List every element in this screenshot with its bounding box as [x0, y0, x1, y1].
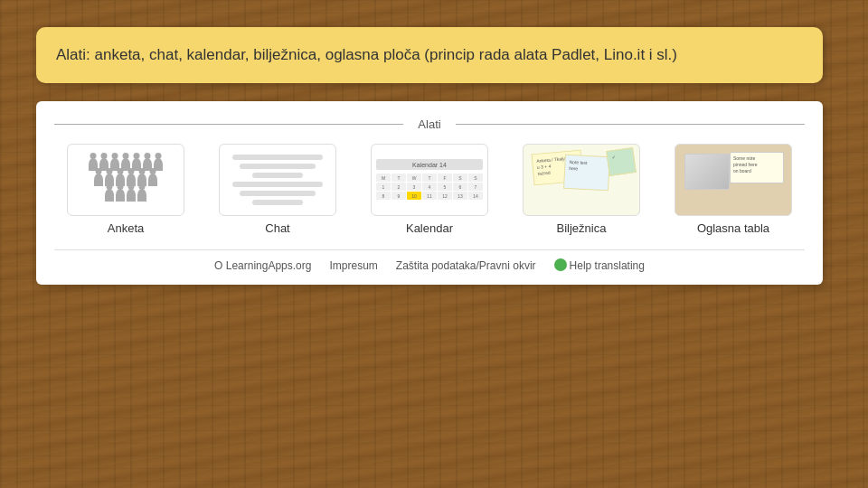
sticky-note-2: Note texthere — [563, 154, 610, 191]
chat-line — [252, 173, 303, 178]
chat-line — [232, 182, 324, 187]
info-box: Alati: anketa, chat, kalendar, bilježnic… — [36, 27, 823, 83]
chat-line — [240, 191, 316, 196]
tools-panel: Alati — [36, 101, 823, 285]
sticky-note-3: ✓ — [606, 147, 637, 176]
biljeznica-thumbnail: Anketa / Tkaljau 3 + 4razred Note texthe… — [523, 144, 640, 216]
oglasna-thumbnail: Some notepinned hereon board — [675, 144, 792, 216]
biljeznica-label: Bilježnica — [557, 221, 607, 235]
chat-line — [240, 164, 316, 169]
footer-link-privacy[interactable]: Zaštita podataka/Pravni okvir — [396, 259, 536, 272]
tool-item-anketa[interactable]: Anketa — [62, 144, 189, 235]
kal-grid: M T W T F S S 1 2 3 4 5 6 7 8 — [376, 174, 483, 200]
tool-item-oglasna[interactable]: Some notepinned hereon board Oglasna tab… — [670, 144, 797, 235]
kalendar-label: Kalendar — [406, 221, 453, 235]
panel-footer: O LearningApps.org Impresum Zaštita poda… — [54, 249, 805, 272]
help-translate-icon — [554, 258, 567, 271]
tool-item-kalendar[interactable]: Kalendar 14 M T W T F S S 1 2 3 4 5 — [366, 144, 493, 235]
board-text: Some notepinned hereon board — [730, 152, 784, 183]
tool-item-biljeznica[interactable]: Anketa / Tkaljau 3 + 4razred Note texthe… — [518, 144, 645, 235]
section-header: Alati — [54, 117, 805, 131]
oglasna-label: Oglasna tabla — [697, 221, 769, 235]
footer-help-label: Help translating — [570, 259, 645, 272]
kal-header: Kalendar 14 — [376, 159, 483, 170]
tool-item-chat[interactable]: Chat — [214, 144, 341, 235]
chat-label: Chat — [265, 221, 289, 235]
footer-link-about[interactable]: O LearningApps.org — [214, 259, 311, 272]
anketa-thumbnail — [67, 144, 184, 216]
tools-row: Anketa Chat Kalendar 14 — [54, 144, 805, 235]
chat-thumbnail — [219, 144, 336, 216]
footer-link-help[interactable]: Help translating — [554, 259, 645, 272]
chat-line — [232, 155, 324, 160]
anketa-label: Anketa — [108, 221, 144, 235]
board-image — [684, 154, 730, 190]
chat-line — [252, 200, 303, 205]
footer-link-impresum[interactable]: Impresum — [329, 259, 377, 272]
section-title: Alati — [412, 117, 446, 131]
kalendar-thumbnail: Kalendar 14 M T W T F S S 1 2 3 4 5 — [371, 144, 488, 216]
info-box-text: Alati: anketa, chat, kalendar, bilježnic… — [56, 46, 677, 63]
